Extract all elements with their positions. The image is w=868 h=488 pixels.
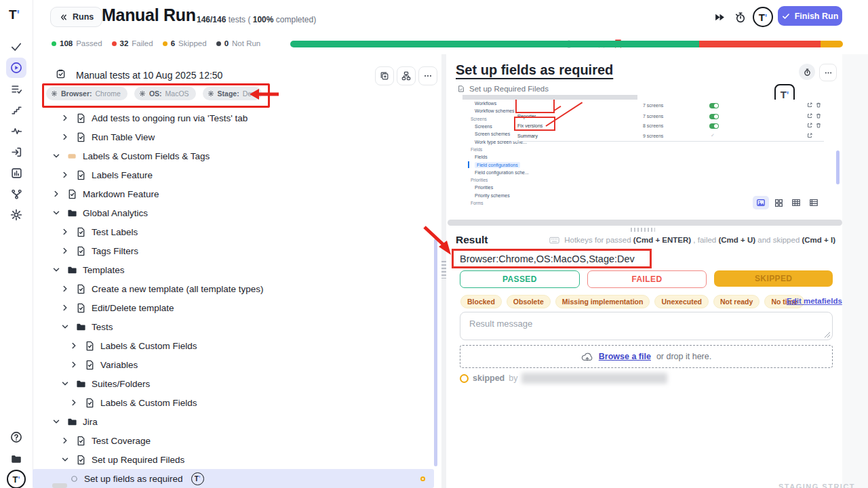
chevron-right-icon[interactable] [60,284,70,293]
chevron-right-icon[interactable] [69,398,79,407]
back-to-runs-button[interactable]: Runs [50,7,102,27]
projects-icon[interactable] [6,449,26,469]
tree-item[interactable]: Suites/Folders [33,374,434,393]
chevron-right-icon[interactable] [60,303,70,312]
chevron-right-icon[interactable] [69,341,79,350]
tree-item[interactable]: Edit/Delete template [33,298,434,317]
rows-view-button[interactable] [806,196,822,209]
chevron-down-icon[interactable] [60,455,70,464]
tree-view-button[interactable] [397,66,416,85]
section-drag-handle[interactable] [631,228,655,232]
file-dropzone[interactable]: Browse a file or drop it here. [460,345,833,368]
header-avatar[interactable]: T' [753,7,773,27]
tree-item[interactable]: Set up fields as requiredT' [33,469,434,488]
chevron-down-icon[interactable] [52,265,61,274]
chevron-down-icon[interactable] [52,417,61,426]
attachment-screenshot[interactable]: WorkflowsWorkflow schemesScreensScreensS… [448,100,842,217]
chevron-right-icon[interactable] [60,227,70,237]
fast-forward-icon[interactable] [712,9,727,24]
chevron-right-icon[interactable] [60,113,70,123]
resize-grip-icon[interactable] [825,332,830,338]
chevron-right-icon[interactable] [60,246,70,256]
user-avatar[interactable]: T' [6,469,26,488]
viewer-scrollbar[interactable] [836,150,840,184]
chart-icon[interactable] [6,163,26,183]
metafield-chip[interactable]: Not ready [713,295,760,308]
chevron-down-icon[interactable] [60,379,70,388]
tree-item[interactable]: Templates [33,260,434,279]
tree-item[interactable]: Jira [33,412,434,431]
tree-item[interactable]: Global Analytics [33,203,434,222]
metafield-chip[interactable]: Unexecuted [654,295,709,308]
tree-item[interactable]: Labels & Custom Fields [33,393,434,412]
import-icon[interactable] [6,142,26,162]
pulse-icon[interactable] [6,121,26,141]
edit-icon[interactable] [807,133,812,138]
gear-icon[interactable] [6,205,26,225]
panel-divider[interactable] [441,54,446,488]
tree-item[interactable]: Variables [33,355,434,374]
toggle-on-icon[interactable] [709,103,719,108]
viewer-bottom-scrollbar[interactable] [448,220,842,226]
tree-item[interactable]: Run Table View [33,127,434,146]
more-options-button[interactable] [418,66,437,85]
image-view-button[interactable] [753,196,769,209]
trash-icon[interactable] [816,123,821,128]
tree-item[interactable]: Tags Filters [33,241,434,260]
divider-grip[interactable] [441,261,446,279]
edit-metafields-link[interactable]: Edit metafields [787,297,842,305]
skipped-button[interactable]: SKIPPED [714,270,833,287]
environment-value-annotated[interactable]: Browser:Chrome,OS:MacOS,Stage:Dev [452,249,652,268]
left-panel-scrollbar[interactable] [434,239,437,466]
tree-item[interactable]: Test Coverage [33,431,434,450]
copy-run-button[interactable] [375,66,394,85]
edit-icon[interactable] [807,113,812,119]
grid-view-button[interactable] [770,196,787,209]
table-view-button[interactable] [788,196,804,209]
tree-item[interactable]: Labels & Custom Fields & Tags [33,146,434,165]
check-icon[interactable] [6,37,26,57]
tree-item[interactable]: Labels Feature [33,165,434,184]
trash-icon[interactable] [816,102,821,108]
tree-item[interactable]: Set up Required Fileds [33,450,434,469]
chevron-right-icon[interactable] [60,170,70,180]
browse-file-link[interactable]: Browse a file [599,352,651,361]
tree-item[interactable]: Tests [33,317,434,336]
chevron-right-icon[interactable] [60,436,70,445]
chevron-down-icon[interactable] [60,322,70,331]
test-title[interactable]: Set up fields as required [456,62,613,78]
chevron-right-icon[interactable] [69,360,79,369]
app-logo[interactable]: T' [9,7,20,22]
timer-button[interactable] [799,64,815,80]
failed-button[interactable]: FAILED [587,270,707,288]
timer-icon[interactable] [732,9,747,24]
toggle-on-icon[interactable] [709,123,719,129]
play-icon[interactable] [6,58,26,78]
tree-item[interactable]: Create a new template (all template type… [33,279,434,298]
metafield-chip[interactable]: Obsolete [507,295,551,308]
chevron-right-icon[interactable] [60,132,70,142]
test-more-options-button[interactable] [819,64,837,81]
stairs-icon[interactable] [6,100,26,120]
run-name[interactable]: Manual tests at 10 Aug 2025 12:50 [76,70,222,81]
edit-icon[interactable] [807,123,812,128]
tree-item[interactable]: Labels & Custom Fields [33,336,434,355]
trash-icon[interactable] [816,113,821,119]
chevron-down-icon[interactable] [52,208,61,218]
passed-button[interactable]: PASSED [460,270,580,288]
chevron-right-icon[interactable] [52,189,61,199]
edit-icon[interactable] [807,102,812,108]
toggle-on-icon[interactable] [709,114,719,119]
branch-icon[interactable] [6,184,26,204]
tree-item[interactable]: Add tests to ongoing run via 'Tests' tab [33,108,434,127]
chevron-down-icon[interactable] [52,151,61,161]
help-icon[interactable] [6,427,26,447]
metafield-chip[interactable]: Missing implementation [555,295,650,308]
tree-item[interactable]: Test Labels [33,222,434,241]
finish-run-button[interactable]: Finish Run [778,6,842,26]
list-check-icon[interactable] [6,79,26,99]
tree-item[interactable]: Markdown Feature [33,184,434,203]
suite-breadcrumb[interactable]: Set up Required Fileds [457,85,549,93]
result-message-textarea[interactable]: Result message [460,312,833,340]
metafield-chip[interactable]: Blocked [460,295,502,308]
